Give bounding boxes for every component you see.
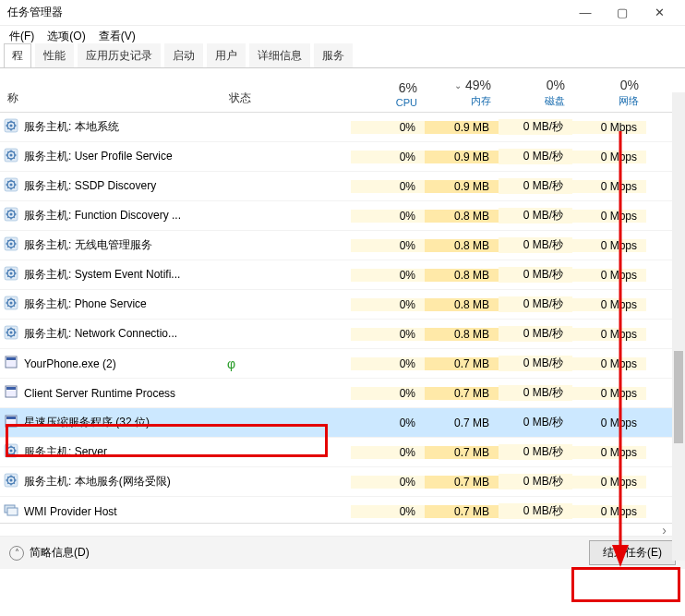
column-name[interactable]: 称	[0, 85, 222, 112]
table-row[interactable]: 星速压缩服务程序 (32 位)0%0.7 MB0 MB/秒0 Mbps	[0, 408, 685, 438]
process-name: 服务主机: SSDP Discovery	[24, 178, 156, 194]
table-row[interactable]: YourPhone.exe (2)φ0%0.7 MB0 MB/秒0 Mbps	[0, 349, 685, 379]
table-row[interactable]: 服务主机: 本地服务(网络受限)0%0.7 MB0 MB/秒0 Mbps	[0, 467, 685, 497]
table-row[interactable]: 服务主机: SSDP Discovery0%0.9 MB0 MB/秒0 Mbps	[0, 172, 685, 201]
table-row[interactable]: 服务主机: User Profile Service0%0.9 MB0 MB/秒…	[0, 142, 685, 172]
svg-line-20	[7, 158, 8, 159]
gear-icon	[4, 148, 18, 165]
process-name-cell: 服务主机: System Event Notifi...	[0, 266, 222, 284]
svg-line-32	[14, 181, 15, 182]
svg-point-99	[10, 450, 13, 453]
mem-cell: 0.8 MB	[425, 328, 499, 341]
svg-line-73	[7, 299, 8, 300]
vertical-scrollbar[interactable]	[672, 92, 685, 561]
disk-cell: 0 MB/秒	[499, 474, 572, 489]
svg-line-30	[14, 187, 15, 188]
svg-line-42	[7, 217, 8, 218]
window-controls: — ▢ ✕	[567, 3, 678, 23]
process-name-cell: 星速压缩服务程序 (32 位)	[0, 414, 222, 431]
svg-line-62	[7, 270, 8, 271]
mem-cell: 0.9 MB	[425, 151, 499, 163]
svg-line-84	[7, 329, 8, 330]
table-row[interactable]: 服务主机: Network Connectio...0%0.8 MB0 MB/秒…	[0, 320, 685, 349]
column-network[interactable]: 0% 网络	[572, 74, 646, 112]
svg-line-52	[14, 247, 15, 248]
close-button[interactable]: ✕	[641, 3, 678, 23]
tab-services[interactable]: 服务	[314, 43, 353, 67]
tab-startup[interactable]: 启动	[164, 43, 203, 67]
net-cell: 0 Mbps	[572, 328, 646, 341]
table-row[interactable]: 服务主机: Phone Service0%0.8 MB0 MB/秒0 Mbps	[0, 290, 685, 320]
svg-line-65	[14, 270, 15, 271]
column-disk[interactable]: 0% 磁盘	[499, 74, 572, 112]
table-row[interactable]: 服务主机: Function Discovery ...0%0.8 MB0 MB…	[0, 201, 685, 231]
column-status[interactable]: 状态	[222, 85, 351, 112]
cpu-cell: 0%	[351, 298, 425, 311]
horizontal-scroll-hint[interactable]: ›	[0, 523, 685, 536]
column-memory[interactable]: ⌄49% 内存	[425, 74, 499, 112]
process-name-cell: 服务主机: Phone Service	[0, 296, 222, 313]
svg-line-118	[14, 477, 15, 477]
mem-cell: 0.7 MB	[425, 505, 499, 518]
disk-label: 磁盘	[545, 94, 565, 108]
tab-details[interactable]: 详细信息	[249, 43, 310, 67]
gear-icon	[4, 177, 18, 195]
svg-line-41	[14, 217, 15, 218]
fewer-details-link[interactable]: ˄ 简略信息(D)	[9, 545, 589, 561]
cpu-cell: 0%	[351, 387, 425, 400]
process-name: 服务主机: Phone Service	[24, 296, 147, 312]
process-name: Client Server Runtime Process	[24, 387, 175, 400]
table-row[interactable]: 服务主机: 无线电管理服务0%0.8 MB0 MB/秒0 Mbps	[0, 231, 685, 260]
process-name: 服务主机: Server	[24, 444, 107, 460]
minimize-button[interactable]: —	[567, 3, 604, 23]
svg-line-76	[14, 299, 15, 300]
svg-line-105	[14, 453, 15, 454]
disk-cell: 0 MB/秒	[499, 503, 572, 519]
svg-line-104	[7, 447, 8, 448]
process-list[interactable]: 服务主机: 本地系统0%0.9 MB0 MB/秒0 Mbps服务主机: User…	[0, 113, 685, 523]
app-icon	[4, 355, 18, 372]
process-name-cell: 服务主机: Network Connectio...	[0, 325, 222, 343]
gear-icon	[4, 443, 18, 461]
table-row[interactable]: WMI Provider Host0%0.7 MB0 MB/秒0 Mbps	[0, 497, 685, 523]
tab-users[interactable]: 用户	[207, 43, 246, 67]
disk-cell: 0 MB/秒	[499, 237, 572, 253]
tab-app-history[interactable]: 应用历史记录	[78, 43, 161, 67]
tab-processes[interactable]: 程	[4, 43, 31, 67]
disk-cell: 0 MB/秒	[499, 178, 572, 194]
net-cell: 0 Mbps	[572, 446, 646, 459]
gear-icon	[4, 118, 18, 136]
net-cell: 0 Mbps	[572, 239, 646, 252]
svg-line-18	[7, 151, 8, 152]
process-name: WMI Provider Host	[24, 505, 117, 518]
gear-icon	[4, 207, 18, 224]
net-percent: 0%	[620, 78, 639, 92]
svg-line-87	[14, 329, 15, 330]
svg-line-31	[7, 187, 8, 188]
cpu-cell: 0%	[351, 357, 425, 370]
table-row[interactable]: 服务主机: 本地系统0%0.9 MB0 MB/秒0 Mbps	[0, 113, 685, 142]
svg-rect-96	[6, 420, 16, 426]
cpu-cell: 0%	[351, 446, 425, 459]
table-row[interactable]: 服务主机: Server0%0.7 MB0 MB/秒0 Mbps	[0, 438, 685, 467]
process-name: 服务主机: User Profile Service	[24, 149, 173, 164]
process-name-cell: 服务主机: 无线电管理服务	[0, 236, 222, 254]
svg-line-43	[14, 211, 15, 211]
process-name: 服务主机: 本地服务(网络受限)	[24, 474, 171, 489]
gear-icon	[4, 325, 18, 343]
tab-performance[interactable]: 性能	[35, 43, 74, 67]
svg-line-51	[7, 240, 8, 241]
disk-cell: 0 MB/秒	[499, 415, 572, 430]
maximize-button[interactable]: ▢	[604, 3, 641, 23]
process-name-cell: 服务主机: 本地服务(网络受限)	[0, 473, 222, 490]
column-cpu[interactable]: 6% CPU	[351, 77, 425, 112]
table-row[interactable]: Client Server Runtime Process0%0.7 MB0 M…	[0, 379, 685, 408]
cpu-cell: 0%	[351, 210, 425, 223]
scrollbar-thumb[interactable]	[674, 351, 683, 443]
table-row[interactable]: 服务主机: System Event Notifi...0%0.8 MB0 MB…	[0, 260, 685, 290]
svg-line-86	[7, 335, 8, 336]
net-cell: 0 Mbps	[572, 298, 646, 311]
process-name: 服务主机: 无线电管理服务	[24, 237, 152, 253]
cpu-cell: 0%	[351, 269, 425, 282]
end-task-button[interactable]: 结束任务(E)	[589, 540, 676, 565]
